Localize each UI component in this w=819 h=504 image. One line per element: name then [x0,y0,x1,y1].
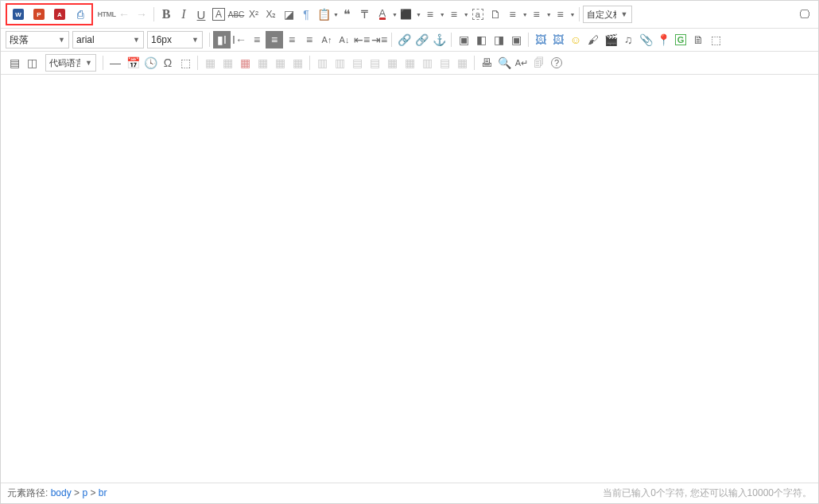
indent-button[interactable]: ⇤≡ [353,31,371,48]
import-word-button[interactable]: W [10,6,27,23]
help-button[interactable]: ? [548,54,565,72]
fontborder-button[interactable]: A [210,6,227,23]
print-button-2[interactable]: 🖶 [478,54,495,72]
rowspacing-bottom-button[interactable]: ≡ [528,6,545,23]
pagebreak-button[interactable]: ⬚ [707,31,724,48]
path-body[interactable]: body [51,487,72,498]
superscript-button[interactable]: X² [245,6,262,23]
drafts-button[interactable]: 🗐 [530,54,548,72]
tolowercase-button[interactable]: A↓ [336,31,353,48]
date-button[interactable]: 📅 [124,54,142,72]
preview-button[interactable]: 🔍 [495,54,513,72]
image-center-button[interactable]: ▣ [507,31,525,48]
strikethrough-button[interactable]: ABC [227,6,245,23]
ordered-list-button[interactable]: ≡ [421,6,439,23]
image-none-button[interactable]: ▣ [455,31,472,48]
searchreplace-button[interactable]: A↵ [513,54,530,72]
paragraph-select[interactable]: 段落 ▼ [6,31,69,48]
chevron-down-icon[interactable]: ▼ [392,12,398,17]
editor-content-area[interactable] [1,75,818,483]
attachment-button[interactable]: 📎 [637,31,654,48]
align-left-button[interactable]: ≡ [248,31,266,48]
insertrow-button[interactable]: ▦ [254,54,271,72]
insertcol-button[interactable]: ▦ [271,54,289,72]
import-pdf-button[interactable]: A [51,6,68,23]
insertframe-button[interactable]: 🗎 [689,31,707,48]
scrawl-button[interactable]: 🖌 [584,31,602,48]
font-size-select[interactable]: 16px ▼ [147,31,203,48]
emotion-button[interactable]: ☺ [567,31,584,48]
print-button[interactable]: ⎙ [72,6,89,23]
pasteplain-button[interactable]: ₸ [356,6,374,23]
deleterow-button[interactable]: ▥ [331,54,348,72]
image-left-button[interactable]: ◧ [472,31,490,48]
lineheight-button[interactable]: ≡ [552,6,569,23]
splittorows-button[interactable]: ▦ [383,54,401,72]
simpleupload-button[interactable]: 🖼 [532,31,549,48]
align-center-button[interactable]: ≡ [266,31,283,48]
bold-button[interactable]: B [157,6,175,23]
code-language-select[interactable]: 代码语言 ▼ [45,54,96,72]
touppercase-button[interactable]: A↑ [318,31,336,48]
format-match-button[interactable]: ¶ [297,6,315,23]
template-button[interactable]: ▤ [6,54,23,72]
align-right-button[interactable]: ≡ [283,31,301,48]
chevron-down-icon[interactable]: ▼ [464,12,469,17]
chevron-down-icon[interactable]: ▼ [522,12,528,17]
splittocols-button[interactable]: ▦ [401,54,418,72]
underline-button[interactable]: U [192,6,210,23]
remove-format-button[interactable]: ◪ [280,6,297,23]
chevron-down-icon[interactable]: ▼ [440,12,445,17]
charts-button[interactable]: ▥ [418,54,436,72]
undo-button[interactable]: ← [115,6,133,23]
anchor-button[interactable]: ⚓ [430,31,448,48]
autotypeset-button[interactable]: 📋 [315,6,332,23]
backcolor-button[interactable]: ⬛ [398,6,415,23]
insertvideo-button[interactable]: 🎬 [602,31,619,48]
splittocell-button[interactable]: ▤ [366,54,383,72]
italic-button[interactable]: I [175,6,192,23]
chevron-down-icon[interactable]: ▼ [546,12,552,17]
map-button[interactable]: 📍 [654,31,672,48]
music-button[interactable]: ♫ [619,31,637,48]
mergeright-button[interactable]: ▦ [289,54,306,72]
direction-ltr-button[interactable]: ▮I [213,31,231,48]
insertimage-button[interactable]: 🖼 [549,31,567,48]
edittable-button[interactable]: ▤ [436,54,453,72]
mergedown-button[interactable]: ▥ [313,54,331,72]
inserttable-button[interactable]: ▦ [201,54,219,72]
edittd-button[interactable]: ▦ [453,54,471,72]
deletetable-button[interactable]: ▦ [219,54,236,72]
chevron-down-icon[interactable]: ▼ [333,12,339,17]
deletecol-button[interactable]: ▤ [348,54,366,72]
redo-button[interactable]: → [133,6,150,23]
subscript-button[interactable]: X₂ [262,6,280,23]
path-br[interactable]: br [99,487,107,498]
chevron-down-icon[interactable]: ▼ [416,12,421,17]
blockquote-button[interactable]: ❝ [339,6,356,23]
chevron-down-icon[interactable]: ▼ [570,12,576,17]
selectall-button[interactable]: a [469,6,487,23]
direction-rtl-button[interactable]: I← [231,31,248,48]
custom-title-select[interactable]: 自定义标题 ▼ [583,6,632,23]
horizontal-rule-button[interactable]: — [107,54,124,72]
rowspacing-top-button[interactable]: ≡ [504,6,522,23]
spechars-button[interactable]: Ω [159,54,177,72]
image-right-button[interactable]: ◨ [490,31,507,48]
cleardoc-button[interactable]: 🗋 [487,6,504,23]
font-family-select[interactable]: arial ▼ [72,31,144,48]
insertparagraphbefore-button[interactable]: ▦ [236,54,254,72]
path-p[interactable]: p [82,487,87,498]
gmap-button[interactable]: G [672,31,689,48]
fullscreen-button[interactable]: 🖵 [796,6,813,23]
align-justify-button[interactable]: ≡ [301,31,318,48]
time-button[interactable]: 🕓 [142,54,159,72]
forecolor-button[interactable]: A [374,6,391,23]
source-html-button[interactable]: HTML [98,6,115,23]
import-ppt-button[interactable]: P [30,6,48,23]
link-button[interactable]: 🔗 [395,31,413,48]
unlink-button[interactable]: 🔗̸ [413,31,430,48]
snapscreen-button[interactable]: ⬚ [177,54,194,72]
outdent-button[interactable]: ⇥≡ [371,31,388,48]
background-button[interactable]: ◫ [23,54,41,72]
